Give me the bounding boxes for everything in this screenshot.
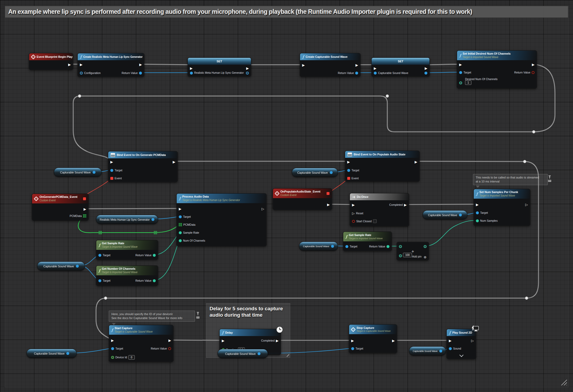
pill-realistic-generator[interactable]: Realistic Meta Human Lip Sync Generator xyxy=(96,215,158,224)
exec-in-pin[interactable]: ▶ xyxy=(351,339,354,342)
exec-out-pin[interactable]: ▶ xyxy=(392,339,395,342)
pill-capturable-sound-wave[interactable]: Capturable Sound Wave xyxy=(409,346,446,356)
node-do-once[interactable]: ⇉ Do Once ▶ ▶ Completed ▷ Reset Start Cl… xyxy=(350,193,409,227)
pill-output-pin[interactable] xyxy=(439,350,442,352)
node-set-initial-desired-num-channels[interactable]: ƒ Set Initial Desired Num Of Channels Ta… xyxy=(457,50,537,89)
exec-in-pin[interactable]: ▶ xyxy=(179,207,181,211)
pill-capturable-sound-wave[interactable]: Capturable Sound Wave xyxy=(54,168,102,177)
exec-out-pin[interactable]: ▶ xyxy=(84,207,86,211)
target-pin[interactable] xyxy=(179,215,182,218)
completed-exec-pin[interactable]: ▶ xyxy=(276,339,279,342)
exec-out-pin[interactable]: ▶ xyxy=(168,339,171,342)
event-delegate-pin[interactable] xyxy=(347,177,350,180)
pill-output-pin[interactable] xyxy=(459,214,462,216)
node-bind-event-generate-pcmdata[interactable]: Bind Event to On Generate PCMData ▶ ▶ Ta… xyxy=(108,151,178,182)
return-value-pin[interactable] xyxy=(153,254,156,257)
exec-out-pin[interactable]: ▶ xyxy=(327,203,330,206)
divide-input-a-pin[interactable] xyxy=(399,245,402,248)
node-on-generate-pcmdata-event[interactable]: OnGeneratePCMData_Event Custom Event ▶ P… xyxy=(32,194,89,221)
node-play-sound-2d[interactable]: ƒ Play Sound 2D ▶ ▷ Sound xyxy=(446,329,476,359)
pill-output-pin[interactable] xyxy=(330,171,333,174)
num-samples-pin[interactable] xyxy=(476,219,479,222)
add-pin-icon[interactable]: ⊕ xyxy=(424,255,427,259)
exec-in-pin[interactable]: ▶ xyxy=(190,67,193,70)
target-pin[interactable] xyxy=(98,279,101,282)
exec-out-pin[interactable]: ▶ xyxy=(68,63,71,66)
pill-output-pin[interactable] xyxy=(258,352,261,355)
pill-capturable-sound-wave[interactable]: Capturable Sound Wave xyxy=(37,262,85,271)
sample-rate-pin[interactable] xyxy=(179,231,182,234)
target-pin[interactable] xyxy=(345,245,348,248)
node-get-sample-rate-right[interactable]: ƒ Get Sample Rate Target is Imported Sou… xyxy=(343,232,392,251)
desired-num-field[interactable]: 1 xyxy=(465,80,471,85)
exec-in-pin[interactable]: ▶ xyxy=(476,203,479,206)
variable-in-pin[interactable] xyxy=(374,72,377,75)
pill-output-pin[interactable] xyxy=(151,218,154,221)
exec-in-pin[interactable]: ▶ xyxy=(347,160,350,164)
pushpin-icon[interactable] xyxy=(196,312,200,319)
return-value-pin[interactable] xyxy=(168,347,171,350)
node-get-number-of-channels[interactable]: ƒ Get Number Of Channels Target is Impor… xyxy=(96,265,158,286)
sound-pin[interactable] xyxy=(449,347,452,350)
configuration-pin[interactable] xyxy=(80,72,83,75)
exec-in-pin[interactable]: ▶ xyxy=(110,160,113,164)
return-value-pin[interactable] xyxy=(387,245,389,248)
start-closed-pin[interactable] xyxy=(352,220,355,223)
exec-in-pin[interactable]: ▶ xyxy=(111,339,114,342)
reroute-node[interactable] xyxy=(78,95,81,98)
variable-out-pin[interactable] xyxy=(424,72,427,75)
return-value-pin[interactable] xyxy=(532,71,535,74)
expand-chevron-icon[interactable] xyxy=(460,354,463,356)
exec-in-pin[interactable]: ▶ xyxy=(449,339,452,342)
reset-exec-pin[interactable]: ▷ xyxy=(352,212,355,215)
exec-out-pin[interactable]: ▶ xyxy=(425,67,427,70)
delegate-output-pin[interactable] xyxy=(83,197,86,200)
pill-capturable-sound-wave[interactable]: Capturable Sound Wave xyxy=(218,349,268,358)
node-stop-capture[interactable]: Stop Capture Target is Capturable Sound … xyxy=(349,324,397,353)
node-get-sample-rate-left[interactable]: ƒ Get Sample Rate Target is Imported Sou… xyxy=(96,240,158,260)
target-pin[interactable] xyxy=(347,169,350,172)
target-pin[interactable] xyxy=(111,347,114,350)
pill-capturable-sound-wave[interactable]: Capturable Sound Wave xyxy=(299,242,338,251)
blueprint-graph-canvas[interactable]: An example where lip sync is performed a… xyxy=(0,0,573,392)
delegate-output-pin[interactable] xyxy=(327,192,329,195)
pill-capturable-sound-wave[interactable]: Capturable Sound Wave xyxy=(423,210,467,220)
node-set-capturable-sound-wave[interactable]: SET ▶ ▶ Capturable Sound Wave xyxy=(371,58,430,77)
start-closed-checkbox[interactable] xyxy=(373,219,377,223)
exec-out-pin[interactable]: ▷ xyxy=(471,339,474,342)
target-pin[interactable] xyxy=(351,347,354,350)
node-event-begin-play[interactable]: Event Blueprint Begin Play ▶ xyxy=(29,53,73,70)
pill-output-pin[interactable] xyxy=(331,245,334,248)
node-set-lip-sync-generator[interactable]: SET ▶ ▶ Realistic Meta Human Lip Sync Ge… xyxy=(188,58,251,77)
stream-note-bubble[interactable]: This needs to be called so that audio is… xyxy=(473,174,548,185)
exec-out-pin[interactable]: ▶ xyxy=(532,63,535,66)
exec-in-pin[interactable]: ▶ xyxy=(302,63,305,67)
node-bind-event-populate-audio-state[interactable]: Bind Event to On Populate Audio State ▶ … xyxy=(345,151,420,182)
num-channels-pin[interactable] xyxy=(179,239,182,242)
device-id-pin[interactable] xyxy=(111,356,114,359)
exec-in-pin[interactable]: ▶ xyxy=(80,63,83,66)
pushpin-icon[interactable] xyxy=(548,175,552,182)
divisor-field[interactable]: 100 xyxy=(403,253,412,257)
exec-out-pin[interactable]: ▶ xyxy=(246,67,249,70)
reroute-node[interactable] xyxy=(104,297,107,300)
divide-input-b-pin[interactable] xyxy=(399,254,402,257)
reroute-node[interactable] xyxy=(386,95,389,98)
exec-in-pin[interactable]: ▶ xyxy=(352,203,355,207)
pcmdata-array-pin[interactable] xyxy=(83,214,86,217)
node-start-capture[interactable]: ƒ Start Capture Target is Capturable Sou… xyxy=(109,325,173,362)
pill-capturable-sound-wave[interactable]: Capturable Sound Wave xyxy=(292,168,338,177)
completed-exec-pin[interactable]: ▶ xyxy=(404,203,407,207)
node-create-capturable-sound-wave[interactable]: ƒ Create Capturable Sound Wave ▶ ▶ Retur… xyxy=(300,53,361,77)
exec-in-pin[interactable]: ▶ xyxy=(459,63,462,66)
reroute-node[interactable] xyxy=(532,130,535,133)
event-delegate-pin[interactable] xyxy=(110,177,113,180)
target-pin[interactable] xyxy=(110,169,113,172)
target-pin[interactable] xyxy=(459,71,462,74)
exec-out-pin[interactable]: ▶ xyxy=(355,63,358,67)
node-process-audio-data[interactable]: ƒ Process Audio Data Target is Realistic… xyxy=(176,193,267,246)
device-id-field[interactable]: 0 xyxy=(128,355,135,360)
return-value-pin[interactable] xyxy=(139,72,142,75)
pill-output-pin[interactable] xyxy=(66,352,69,355)
return-value-pin[interactable] xyxy=(153,279,156,282)
